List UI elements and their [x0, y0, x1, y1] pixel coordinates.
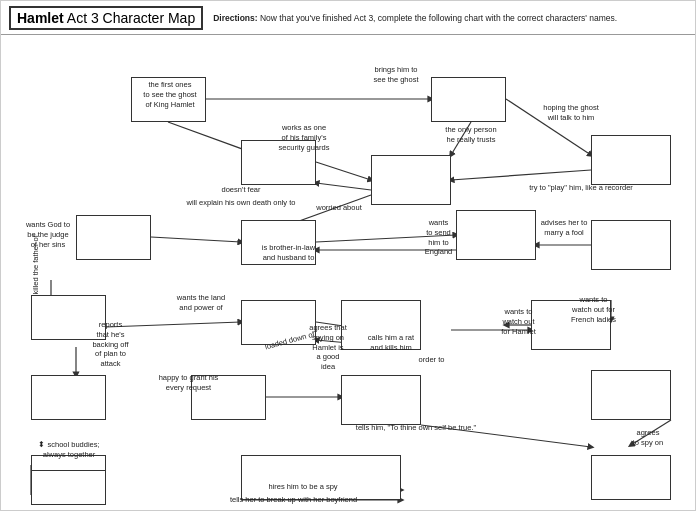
label-calls-rat: calls him a ratand kills him — [351, 333, 431, 353]
label-wants-french: wants towatch out forFrench ladies — [556, 295, 631, 324]
label-happy: happy to grant hisevery request — [141, 373, 236, 393]
char-box-far-right — [591, 135, 671, 185]
label-brother: is brother-in-lawand husband to — [246, 243, 331, 263]
directions-text: Now that you've finished Act 3, complete… — [258, 13, 617, 23]
label-only-person: the only personhe really trusts — [431, 125, 511, 145]
char-box-bottom-left2 — [31, 470, 106, 505]
directions-label: Directions: — [213, 13, 257, 23]
char-box-right-mid — [456, 210, 536, 260]
label-brings: brings him tosee the ghost — [356, 65, 436, 85]
char-box-bottom-right — [591, 455, 671, 500]
label-reports: reportsthat he'sbacking offof plan toatt… — [73, 320, 148, 369]
svg-line-6 — [316, 162, 371, 180]
header-directions: Directions: Now that you've finished Act… — [213, 13, 687, 23]
label-school: ⬍ school buddies;always together — [33, 440, 105, 460]
svg-line-10 — [151, 237, 241, 242]
label-worried: worried about — [299, 203, 379, 213]
label-wants-land: wants the landand power of — [156, 293, 246, 313]
char-box-far-right-lower — [591, 370, 671, 420]
label-agrees-spy2: agreesto spy on — [613, 428, 683, 448]
char-box-center-main — [371, 155, 451, 205]
header-title: Hamlet Act 3 Character Map — [9, 6, 203, 30]
main-container: Hamlet Act 3 Character Map Directions: N… — [0, 0, 696, 511]
label-play: try to "play" him, like a recorder — [521, 183, 641, 193]
label-tells-true: tells him, "To thine own self be true." — [331, 423, 501, 433]
char-box-top-right — [431, 77, 506, 122]
label-killed: killed the father of — [31, 232, 41, 297]
label-hires-spy: hires him to be a spy — [243, 482, 363, 492]
label-explain: will explain his own death only to — [176, 198, 306, 208]
header: Hamlet Act 3 Character Map Directions: N… — [1, 1, 695, 35]
label-wants-watch: wants towatch outfor Hamlet — [486, 307, 551, 336]
label-advises: advises her tomarry a fool — [529, 218, 599, 238]
title-bold: Hamlet — [17, 10, 64, 26]
label-wants-send: wantsto sendhim toEngland — [411, 218, 466, 257]
svg-line-9 — [451, 170, 591, 180]
label-tells-break: tells her to break up with her boyfriend — [201, 495, 386, 505]
label-hoping: hoping the ghostwill talk to him — [531, 103, 611, 123]
char-box-far-right-mid — [591, 220, 671, 270]
svg-line-7 — [316, 183, 371, 190]
char-box-left-lower — [31, 375, 106, 420]
char-box-left-mid — [76, 215, 151, 260]
label-doesnt-fear: doesn't fear — [196, 185, 286, 195]
title-rest: Act 3 Character Map — [64, 10, 196, 26]
label-first-ones: the first onesto see the ghostof King Ha… — [134, 80, 206, 109]
char-box-bottom-center — [241, 455, 401, 500]
char-box-right-lower — [341, 375, 421, 425]
label-wants-god: wants God tobe the judgeof her sins — [13, 220, 83, 249]
label-works: works as oneof his family'ssecurity guar… — [259, 123, 349, 152]
label-order: order to — [409, 355, 454, 365]
chart-area: the first onesto see the ghostof King Ha… — [1, 35, 695, 510]
